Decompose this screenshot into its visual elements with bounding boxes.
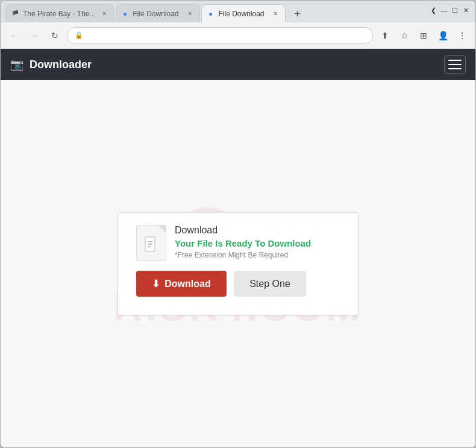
camera-icon: 📷	[10, 58, 23, 71]
main-area: 4 RISK4.COM	[1, 80, 475, 447]
navbar: 📷 Downloader	[1, 49, 475, 80]
toolbar-icons: ⬆ ☆ ⊞ 👤 ⋮	[377, 27, 471, 44]
address-input[interactable]: 🔒	[67, 27, 373, 44]
tab-pirate-bay[interactable]: 🏴 The Pirate Bay - The... ✕	[5, 4, 114, 22]
tab-close-2[interactable]: ✕	[185, 9, 195, 19]
navbar-brand: 📷 Downloader	[10, 58, 92, 71]
file-info: Download Your File Is Ready To Download …	[136, 225, 340, 261]
title-bar: 🏴 The Pirate Bay - The... ✕ ● File Downl…	[1, 1, 475, 22]
tab-close-1[interactable]: ✕	[99, 9, 109, 19]
hamburger-menu[interactable]	[444, 55, 466, 74]
hamburger-line-3	[448, 68, 462, 69]
tab-favicon-2: ●	[121, 10, 130, 18]
download-button-label: Download	[164, 279, 210, 289]
file-details: Download Your File Is Ready To Download …	[175, 225, 340, 259]
download-button[interactable]: ⬇ Download	[136, 271, 227, 297]
tab-file-download-2[interactable]: ● File Download ✕	[116, 4, 200, 22]
tab-close-3[interactable]: ✕	[271, 9, 280, 19]
download-card: Download Your File Is Ready To Download …	[117, 212, 359, 315]
star-icon[interactable]: ☆	[396, 27, 413, 44]
refresh-button[interactable]: ↻	[46, 27, 63, 44]
close-button[interactable]: ✕	[461, 5, 471, 15]
tab-favicon-3: ●	[207, 10, 215, 18]
menu-icon[interactable]: ⋮	[454, 27, 471, 44]
hamburger-line-2	[448, 64, 462, 65]
button-row: ⬇ Download Step One	[136, 271, 340, 297]
lock-icon: 🔒	[75, 31, 83, 39]
new-tab-button[interactable]: +	[289, 5, 306, 22]
hamburger-line-1	[448, 60, 462, 61]
tab-file-download-3[interactable]: ● File Download ✕	[201, 4, 286, 22]
profile-icon[interactable]: 👤	[434, 27, 451, 44]
step-one-button[interactable]: Step One	[234, 271, 306, 297]
share-icon[interactable]: ⬆	[377, 27, 393, 44]
navbar-title: Downloader	[30, 58, 92, 71]
download-icon: ⬇	[152, 278, 160, 289]
sidebar-icon[interactable]: ⊞	[415, 27, 432, 44]
browser-window: 🏴 The Pirate Bay - The... ✕ ● File Downl…	[0, 0, 476, 448]
address-bar: ← → ↻ 🔒 ⬆ ☆ ⊞ 👤 ⋮	[1, 22, 475, 49]
forward-button[interactable]: →	[26, 27, 43, 44]
maximize-button[interactable]: ☐	[450, 5, 460, 15]
tab-title-2: File Download	[133, 10, 181, 18]
tabs-section: 🏴 The Pirate Bay - The... ✕ ● File Downl…	[1, 1, 424, 22]
step-one-label: Step One	[249, 279, 290, 289]
back-button[interactable]: ←	[5, 27, 22, 44]
file-icon-inner	[144, 236, 158, 256]
file-ready-text: Your File Is Ready To Download	[175, 238, 340, 248]
page-content: 📷 Downloader 4 RISK4.COM	[1, 49, 475, 447]
file-icon	[136, 225, 166, 261]
minimize-button[interactable]: —	[439, 5, 449, 15]
tab-favicon-1: 🏴	[11, 10, 19, 18]
tab-title-3: File Download	[219, 10, 267, 18]
tab-title-1: The Pirate Bay - The...	[23, 10, 96, 18]
chevron-icon[interactable]: ❮	[428, 5, 438, 15]
file-title: Download	[175, 225, 340, 236]
file-note: *Free Extension Might Be Required	[175, 251, 340, 259]
